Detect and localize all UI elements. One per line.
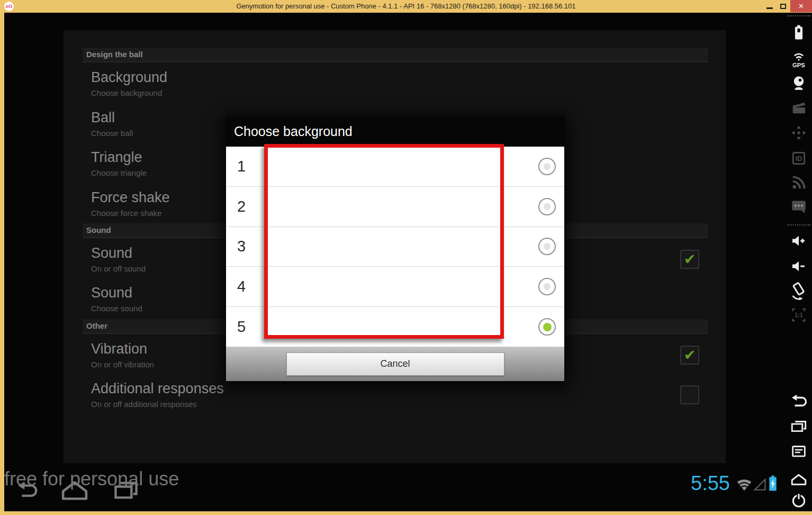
checkbox-sound[interactable] bbox=[680, 250, 699, 269]
pref-subtitle: Choose ball bbox=[91, 129, 133, 138]
option-label: 2 bbox=[226, 198, 258, 215]
pref-subtitle: Choose background bbox=[91, 88, 167, 97]
toolbar-menu-icon[interactable] bbox=[789, 442, 809, 459]
pref-triangle[interactable]: Triangle Choose triangle bbox=[91, 149, 147, 177]
pref-subtitle: Choose sound bbox=[91, 304, 142, 313]
pref-ball[interactable]: Ball Choose ball bbox=[91, 110, 133, 138]
sms-widget-icon[interactable] bbox=[789, 197, 809, 216]
window-titlebar: oO Genymotion for personal use - Custom … bbox=[0, 0, 812, 13]
rotate-screen-icon[interactable] bbox=[789, 281, 809, 301]
radio-dot bbox=[544, 163, 551, 170]
screencast-widget-icon[interactable] bbox=[789, 98, 809, 116]
toolbar-back-icon[interactable] bbox=[789, 392, 809, 411]
option-label: 3 bbox=[226, 238, 258, 255]
option-label: 4 bbox=[226, 278, 258, 295]
gps-label: GPS bbox=[792, 62, 805, 68]
radio-dot bbox=[543, 323, 552, 331]
network-widget-icon[interactable] bbox=[789, 174, 809, 192]
id-label: ID bbox=[796, 155, 802, 162]
pref-subtitle: Choose force shake bbox=[91, 209, 170, 218]
pref-subtitle: On or off additional responses bbox=[91, 400, 224, 409]
dialog-footer: Cancel bbox=[226, 347, 564, 381]
toolbar-home-icon[interactable] bbox=[789, 470, 809, 487]
option-label: 1 bbox=[226, 158, 258, 175]
pref-vibration[interactable]: Vibration On or off vibration bbox=[91, 341, 154, 369]
pref-title: Sound bbox=[91, 245, 146, 261]
pref-title: Ball bbox=[91, 110, 133, 126]
close-button[interactable]: ✕ bbox=[790, 0, 812, 12]
pref-title: Vibration bbox=[91, 341, 154, 357]
radio-dot bbox=[544, 203, 551, 210]
cellular-signal-icon bbox=[752, 477, 768, 492]
radio-button[interactable] bbox=[538, 278, 556, 295]
radio-button[interactable] bbox=[538, 238, 556, 255]
pref-title: Force shake bbox=[91, 189, 170, 206]
checkbox-additional-responses[interactable] bbox=[680, 385, 699, 404]
window-title: Genymotion for personal use - Custom Pho… bbox=[0, 0, 812, 13]
wifi-icon bbox=[735, 475, 754, 492]
pref-title: Background bbox=[91, 69, 167, 86]
toolbar-recent-apps-icon[interactable] bbox=[789, 417, 809, 434]
minimize-button[interactable] bbox=[762, 0, 777, 12]
pan-widget-icon[interactable] bbox=[789, 124, 809, 142]
battery-widget-icon[interactable] bbox=[789, 23, 809, 41]
section-design-the-ball: Design the ball bbox=[83, 48, 708, 62]
minimize-icon bbox=[766, 7, 773, 9]
pref-title: Additional responses bbox=[91, 381, 224, 397]
pref-subtitle: Choose triangle bbox=[91, 168, 147, 177]
gps-widget-icon[interactable]: GPS bbox=[789, 49, 809, 70]
identifiers-widget-icon[interactable]: ID bbox=[789, 150, 809, 167]
radio-button[interactable] bbox=[538, 198, 556, 215]
watermark-text: free for personal use bbox=[4, 468, 179, 490]
status-clock: 5:55 bbox=[691, 472, 730, 495]
radio-button[interactable] bbox=[538, 318, 556, 336]
pref-subtitle: On or off sound bbox=[91, 264, 146, 273]
annotation-rectangle bbox=[264, 144, 504, 339]
radio-dot bbox=[544, 243, 551, 250]
cancel-button[interactable]: Cancel bbox=[286, 353, 504, 376]
radio-button[interactable] bbox=[538, 158, 556, 175]
pref-title: Sound bbox=[91, 285, 142, 301]
maximize-button[interactable] bbox=[776, 0, 790, 12]
pixel-perfect-label: 1:1 bbox=[795, 312, 802, 318]
battery-charging-icon bbox=[768, 474, 778, 492]
toolbar-separator bbox=[787, 224, 810, 225]
checkbox-vibration[interactable] bbox=[680, 346, 699, 365]
pref-title: Triangle bbox=[91, 149, 147, 166]
pref-sound-choose[interactable]: Sound Choose sound bbox=[91, 285, 142, 313]
pref-sound-toggle[interactable]: Sound On or off sound bbox=[91, 245, 146, 273]
pref-additional-responses[interactable]: Additional responses On or off additiona… bbox=[91, 381, 224, 409]
toolbar-separator bbox=[787, 15, 810, 16]
pref-force-shake[interactable]: Force shake Choose force shake bbox=[91, 189, 170, 218]
volume-up-icon[interactable] bbox=[789, 232, 809, 250]
maximize-icon bbox=[780, 4, 786, 9]
power-icon[interactable] bbox=[789, 491, 809, 509]
pref-background[interactable]: Background Choose background bbox=[91, 69, 167, 97]
radio-dot bbox=[544, 283, 551, 290]
option-label: 5 bbox=[226, 318, 258, 336]
camera-widget-icon[interactable] bbox=[789, 74, 809, 92]
pref-subtitle: On or off vibration bbox=[91, 360, 154, 369]
volume-down-icon[interactable] bbox=[789, 257, 809, 275]
pixel-perfect-icon[interactable]: 1:1 bbox=[789, 306, 809, 324]
dialog-title: Choose background bbox=[225, 116, 565, 147]
